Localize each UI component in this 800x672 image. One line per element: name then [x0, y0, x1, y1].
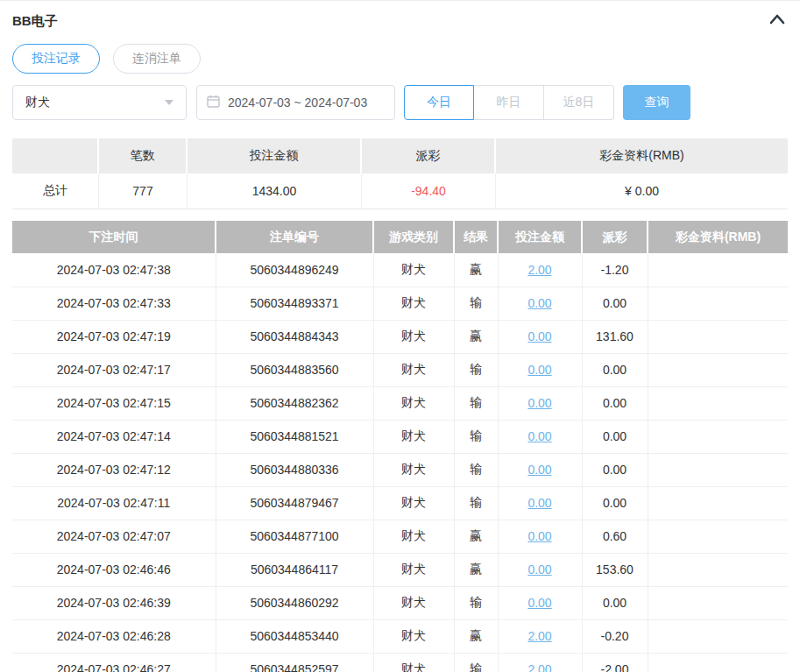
column-header-time: 下注时间	[12, 221, 216, 253]
bet-amount-link[interactable]: 0.00	[527, 296, 551, 310]
game-type-cell: 财犬	[373, 619, 454, 653]
order-id-cell: 5060344864117	[216, 553, 373, 586]
game-type-cell: 财犬	[373, 453, 454, 486]
bet-records-table: 下注时间 注单编号 游戏类别 结果 投注金额 派彩 彩金资料(RMB) 2024…	[12, 221, 788, 672]
bet-time-cell: 2024-07-03 02:47:17	[12, 353, 216, 386]
summary-header-bonus: 彩金资料(RMB)	[496, 138, 788, 173]
last-8-days-button[interactable]: 近8日	[544, 85, 614, 120]
payout-cell: -0.20	[582, 619, 648, 653]
quick-date-button-group: 今日 昨日 近8日	[404, 85, 614, 120]
bet-amount-cell: 0.00	[498, 553, 582, 586]
bet-time-cell: 2024-07-03 02:47:12	[12, 453, 216, 486]
result-cell: 赢	[454, 619, 498, 653]
bet-amount-link[interactable]: 0.00	[527, 562, 551, 577]
search-button[interactable]: 查询	[623, 85, 690, 120]
tab-cancelled-orders[interactable]: 连消注单	[113, 44, 201, 74]
game-type-cell: 财犬	[373, 486, 454, 520]
bet-records-panel: BB电子 投注记录 连消注单 财犬 2024-07-03 ~ 2024-07-0…	[0, 0, 800, 672]
bet-amount-cell: 0.00	[498, 520, 582, 553]
order-id-cell: 5060344852597	[216, 653, 373, 672]
bet-amount-link[interactable]: 0.00	[527, 363, 551, 377]
summary-total-row: 总计 777 1434.00 -94.40 ¥ 0.00	[12, 173, 788, 209]
column-header-bonus: 彩金资料(RMB)	[648, 221, 788, 253]
bet-time-cell: 2024-07-03 02:46:39	[12, 586, 216, 619]
result-cell: 输	[454, 420, 498, 453]
bet-amount-link[interactable]: 0.00	[527, 596, 551, 610]
column-header-payout: 派彩	[582, 221, 648, 253]
table-row: 2024-07-03 02:46:28 5060344853440 财犬 赢 2…	[12, 619, 788, 653]
filter-bar: 财犬 2024-07-03 ~ 2024-07-03 今日 昨日 近8日 查询	[12, 85, 788, 120]
bonus-cell	[648, 486, 788, 520]
payout-cell: 0.00	[582, 453, 648, 486]
column-header-bet-amount: 投注金额	[498, 221, 582, 253]
summary-total-payout: -94.40	[362, 173, 496, 209]
payout-cell: -2.00	[582, 653, 648, 672]
result-cell: 赢	[454, 320, 498, 353]
bet-table-header: 下注时间 注单编号 游戏类别 结果 投注金额 派彩 彩金资料(RMB)	[12, 221, 788, 253]
result-cell: 赢	[454, 520, 498, 553]
bet-amount-cell: 0.00	[498, 420, 582, 453]
bet-amount-link[interactable]: 0.00	[527, 496, 551, 510]
order-id-cell: 5060344860292	[216, 586, 373, 619]
bet-time-cell: 2024-07-03 02:46:27	[12, 653, 216, 672]
game-type-cell: 财犬	[373, 320, 454, 353]
today-button[interactable]: 今日	[404, 85, 474, 120]
bet-amount-link[interactable]: 0.00	[527, 429, 551, 443]
table-row: 2024-07-03 02:47:14 5060344881521 财犬 输 0…	[12, 420, 788, 453]
bet-amount-link[interactable]: 0.00	[527, 329, 551, 343]
result-cell: 输	[454, 486, 498, 520]
bet-time-cell: 2024-07-03 02:46:28	[12, 619, 216, 653]
bet-amount-link[interactable]: 2.00	[527, 263, 551, 277]
bet-amount-link[interactable]: 2.00	[527, 629, 551, 643]
bet-amount-link[interactable]: 0.00	[527, 463, 551, 477]
result-cell: 输	[454, 353, 498, 386]
bet-amount-link[interactable]: 2.00	[527, 662, 551, 672]
order-id-cell: 5060344883560	[216, 353, 373, 386]
record-type-tabs: 投注记录 连消注单	[12, 44, 788, 74]
payout-cell: 0.00	[582, 486, 648, 520]
bonus-cell	[648, 653, 788, 672]
bet-amount-link[interactable]: 0.00	[527, 396, 551, 410]
bet-time-cell: 2024-07-03 02:47:11	[12, 486, 216, 520]
column-header-order-id: 注单编号	[216, 221, 373, 253]
result-cell: 赢	[454, 553, 498, 586]
order-id-cell: 5060344882362	[216, 386, 373, 420]
column-header-game: 游戏类别	[373, 221, 454, 253]
tab-bet-records[interactable]: 投注记录	[12, 44, 100, 74]
bet-amount-cell: 0.00	[498, 486, 582, 520]
bonus-cell	[648, 286, 788, 320]
collapse-panel-button[interactable]	[767, 11, 788, 32]
game-type-cell: 财犬	[373, 286, 454, 320]
table-row: 2024-07-03 02:47:17 5060344883560 财犬 输 0…	[12, 353, 788, 386]
game-select[interactable]: 财犬	[12, 85, 187, 120]
game-type-cell: 财犬	[373, 553, 454, 586]
order-id-cell: 5060344879467	[216, 486, 373, 520]
bet-amount-cell: 0.00	[498, 586, 582, 619]
game-type-cell: 财犬	[373, 653, 454, 672]
game-type-cell: 财犬	[373, 353, 454, 386]
game-type-cell: 财犬	[373, 386, 454, 420]
date-range-input[interactable]: 2024-07-03 ~ 2024-07-03	[196, 85, 395, 120]
bet-amount-cell: 0.00	[498, 386, 582, 420]
order-id-cell: 5060344880336	[216, 453, 373, 486]
bet-amount-cell: 0.00	[498, 320, 582, 353]
game-type-cell: 财犬	[373, 420, 454, 453]
yesterday-button[interactable]: 昨日	[474, 85, 544, 120]
game-type-cell: 财犬	[373, 253, 454, 286]
payout-cell: -1.20	[582, 253, 648, 286]
game-type-cell: 财犬	[373, 586, 454, 619]
table-row: 2024-07-03 02:47:12 5060344880336 财犬 输 0…	[12, 453, 788, 486]
result-cell: 输	[454, 653, 498, 672]
table-row: 2024-07-03 02:47:33 5060344893371 财犬 输 0…	[12, 286, 788, 320]
summary-total-bonus: ¥ 0.00	[496, 173, 788, 209]
bet-time-cell: 2024-07-03 02:47:33	[12, 286, 216, 320]
bet-amount-link[interactable]: 0.00	[527, 529, 551, 543]
game-select-value: 财犬	[25, 95, 50, 110]
summary-total-bet-amount: 1434.00	[188, 173, 362, 209]
payout-cell: 0.00	[582, 420, 648, 453]
order-id-cell: 5060344896249	[216, 253, 373, 286]
summary-total-label: 总计	[12, 173, 99, 209]
table-row: 2024-07-03 02:47:38 5060344896249 财犬 赢 2…	[12, 253, 788, 286]
order-id-cell: 5060344877100	[216, 520, 373, 553]
payout-cell: 0.00	[582, 353, 648, 386]
